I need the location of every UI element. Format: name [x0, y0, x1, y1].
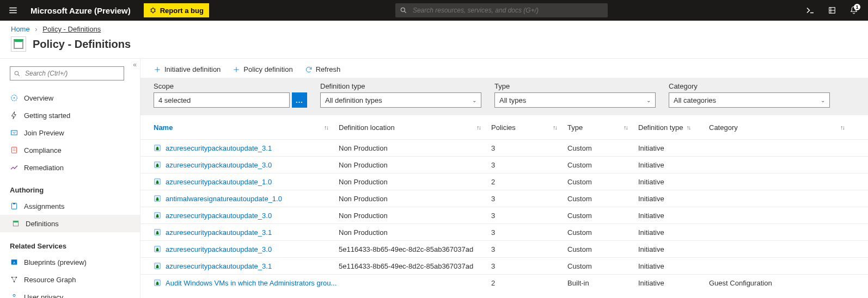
svg-point-16: [13, 294, 15, 296]
notification-badge: 1: [854, 4, 860, 10]
table-row[interactable]: azuresecuritypackautoupdate_3.1Non Produ…: [140, 139, 868, 156]
global-search[interactable]: [395, 3, 608, 17]
definition-type-selector[interactable]: All definition types ⌄: [320, 92, 481, 108]
policy-icon: [11, 36, 26, 52]
cell-deftype: Initiative: [638, 195, 709, 203]
cell-policies: 3: [491, 262, 567, 270]
sidebar-item-definitions[interactable]: Definitions: [0, 215, 140, 232]
sidebar-item-compliance[interactable]: Compliance: [10, 141, 140, 159]
add-policy-button[interactable]: Policy definition: [233, 65, 292, 73]
definition-link[interactable]: azuresecuritypackautoupdate_1.0: [166, 178, 272, 186]
blueprints-icon: A: [10, 258, 19, 266]
refresh-button[interactable]: Refresh: [305, 65, 341, 73]
preview-icon: [10, 128, 19, 137]
col-type[interactable]: Type↑↓: [567, 123, 638, 132]
definition-link[interactable]: Audit Windows VMs in which the Administr…: [166, 279, 337, 287]
cell-deftype: Initiative: [638, 262, 709, 270]
add-initiative-button[interactable]: Initiative definition: [154, 65, 221, 73]
col-location[interactable]: Definition location↑↓: [339, 123, 491, 132]
side-search[interactable]: [10, 66, 124, 80]
notifications-icon[interactable]: 1: [846, 3, 861, 18]
toolbar: Initiative definition Policy definition …: [140, 59, 868, 78]
sidebar-item-label: Getting started: [24, 111, 70, 120]
side-search-input[interactable]: [24, 69, 120, 78]
sort-icon: ↑↓: [476, 124, 480, 131]
definition-link[interactable]: antimalwaresignatureautoupdate_1.0: [166, 195, 282, 203]
svg-text:A: A: [13, 261, 15, 264]
category-label: Category: [669, 82, 830, 90]
definition-link[interactable]: azuresecuritypackautoupdate_3.1: [166, 144, 272, 152]
definition-link[interactable]: azuresecuritypackautoupdate_3.1: [166, 262, 272, 270]
cell-deftype: Initiative: [638, 178, 709, 186]
cell-deftype: Initiative: [638, 161, 709, 169]
cell-type: Custom: [567, 245, 638, 253]
col-policies[interactable]: Policies↑↓: [491, 123, 567, 132]
sidebar-item-overview[interactable]: Overview: [10, 89, 140, 107]
sort-icon: ↑↓: [840, 124, 844, 131]
cell-type: Custom: [567, 144, 638, 152]
directories-icon[interactable]: [824, 3, 840, 18]
collapse-nav-icon[interactable]: «: [133, 61, 137, 69]
sidebar-item-join-preview[interactable]: Join Preview: [10, 124, 140, 141]
table-row[interactable]: azuresecuritypackautoupdate_3.1Non Produ…: [140, 223, 868, 240]
col-deftype[interactable]: Definition type↑↓: [638, 123, 709, 132]
overview-icon: [10, 94, 19, 102]
initiative-icon: [154, 212, 161, 219]
sidebar-item-blueprints-preview-[interactable]: ABlueprints (preview): [10, 253, 140, 271]
sidebar-item-resource-graph[interactable]: Resource Graph: [10, 271, 140, 288]
report-bug-label: Report a bug: [160, 7, 204, 15]
brand-title: Microsoft Azure (Preview): [30, 6, 131, 15]
cell-type: Built-in: [567, 279, 638, 287]
sidebar-item-label: Definitions: [26, 220, 59, 228]
sort-icon: ↑↓: [686, 124, 690, 131]
table-row[interactable]: azuresecuritypackautoupdate_1.0Non Produ…: [140, 173, 868, 190]
cell-type: Custom: [567, 212, 638, 220]
report-bug-button[interactable]: Report a bug: [144, 3, 209, 17]
sidebar-item-user-privacy[interactable]: User privacy: [10, 288, 140, 298]
cell-policies: 2: [491, 279, 567, 287]
hamburger-menu-icon[interactable]: [4, 2, 22, 19]
plus-icon: [154, 66, 161, 73]
table-row[interactable]: azuresecuritypackautoupdate_3.0Non Produ…: [140, 156, 868, 173]
table-row[interactable]: Audit Windows VMs in which the Administr…: [140, 274, 868, 291]
section-authoring: Authoring: [10, 186, 140, 194]
assignments-icon: [10, 202, 19, 210]
cell-type: Custom: [567, 195, 638, 203]
sidebar-item-remediation[interactable]: Remediation: [10, 159, 140, 176]
table-row[interactable]: azuresecuritypackautoupdate_3.15e116433-…: [140, 257, 868, 274]
breadcrumb-home[interactable]: Home: [11, 25, 30, 33]
filter-bar: Scope 4 selected ... Definition type All…: [140, 78, 868, 115]
cell-deftype: Initiative: [638, 144, 709, 152]
table-row[interactable]: azuresecuritypackautoupdate_3.05e116433-…: [140, 240, 868, 257]
bolt-icon: [10, 111, 19, 120]
definition-link[interactable]: azuresecuritypackautoupdate_3.0: [166, 245, 272, 253]
global-search-input[interactable]: [412, 6, 603, 15]
definition-link[interactable]: azuresecuritypackautoupdate_3.1: [166, 228, 272, 237]
col-category[interactable]: Category↑↓: [709, 123, 855, 132]
cell-location: 5e116433-8b65-49ec-8d2c-85ab367037ad: [339, 245, 491, 253]
sidebar-item-assignments[interactable]: Assignments: [10, 197, 140, 215]
cell-type: Custom: [567, 262, 638, 270]
chevron-down-icon: ⌄: [821, 97, 825, 103]
initiative-icon: [154, 262, 161, 270]
cell-location: Non Production: [339, 228, 491, 237]
type-selector[interactable]: All types ⌄: [494, 92, 656, 108]
cell-category: Guest Configuration: [709, 279, 855, 287]
category-selector[interactable]: All categories ⌄: [669, 92, 830, 108]
sidebar-item-label: Assignments: [24, 202, 64, 210]
sidebar-item-getting-started[interactable]: Getting started: [10, 107, 140, 124]
refresh-icon: [305, 66, 313, 73]
svg-rect-7: [11, 147, 16, 153]
scope-selector[interactable]: 4 selected: [154, 92, 290, 108]
definitions-table: Name↑↓ Definition location↑↓ Policies↑↓ …: [140, 115, 868, 291]
scope-picker-button[interactable]: ...: [292, 92, 307, 108]
table-row[interactable]: azuresecuritypackautoupdate_3.0Non Produ…: [140, 207, 868, 223]
breadcrumb-current: Policy - Definitions: [42, 25, 101, 33]
cloud-shell-icon[interactable]: [803, 3, 818, 18]
col-name[interactable]: Name↑↓: [154, 123, 339, 132]
initiative-icon: [154, 178, 161, 185]
page-title: Policy - Definitions: [33, 38, 131, 51]
definition-link[interactable]: azuresecuritypackautoupdate_3.0: [166, 212, 272, 220]
definition-link[interactable]: azuresecuritypackautoupdate_3.0: [166, 161, 272, 169]
table-row[interactable]: antimalwaresignatureautoupdate_1.0Non Pr…: [140, 190, 868, 207]
